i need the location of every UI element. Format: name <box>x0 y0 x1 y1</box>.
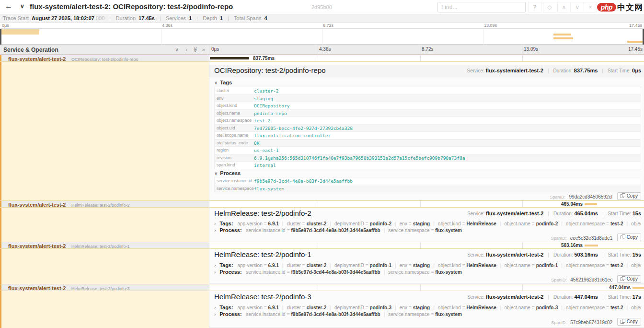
kv-value: 6.9.1@sha256:565d310746f1fa40e7f93ba7965… <box>254 154 641 162</box>
duration-value: 503.16ms <box>574 252 598 258</box>
span-id-label: SpanID: <box>551 278 567 282</box>
pair-divider: | <box>433 263 435 268</box>
service-label: Service: <box>467 211 484 216</box>
clear-search-button[interactable]: × <box>584 2 597 12</box>
kv-row: envstaging <box>215 95 641 103</box>
span-id-footer: SpanID: 45621962d81c61ec Copy <box>551 275 641 283</box>
service-value: flux-system/alert-test-2 <box>486 294 543 300</box>
span-row-name-cell[interactable]: flux-system/alert-test-2 HelmRelease: te… <box>0 242 209 248</box>
span-duration-label: 465.04ms <box>561 201 583 207</box>
span-id-footer: SpanID: eee5c32e31d8ade1 Copy <box>551 234 641 241</box>
service-label: Service: <box>467 252 484 258</box>
process-summary-row[interactable]: › Process: service.instance.id=f9b5e97d-… <box>214 269 641 275</box>
span-detail-title: OCIRepository: test-2/podinfo-repo <box>214 66 326 74</box>
expand-one-icon[interactable]: › <box>183 47 190 52</box>
span-duration-bar[interactable] <box>585 203 597 205</box>
span-duration-bar[interactable] <box>210 57 249 59</box>
start-time-value: 15s <box>632 211 641 216</box>
inline-tag-pair: service.namespace=flux-system <box>388 228 462 233</box>
span-row-name-cell[interactable]: flux-system/alert-test-2 HelmRelease: te… <box>0 284 209 291</box>
php-logo-badge: php <box>597 3 616 12</box>
span-id-value: eee5c32e31d8ade1 <box>570 235 612 241</box>
span-detail-header[interactable]: HelmRelease: test-2/podinfo-3 Service: f… <box>209 292 644 303</box>
service-label: Service: <box>467 68 484 73</box>
match-count-icon[interactable]: ◇ <box>543 2 556 12</box>
span-row-name-cell[interactable]: flux-system/alert-test-2 HelmRelease: te… <box>0 201 209 207</box>
minimap-scrubber[interactable] <box>0 28 644 45</box>
span-id-footer: SpanID: 57c9beb674319c02 Copy <box>551 318 641 326</box>
minimap-drag-handle-left[interactable] <box>0 29 1 45</box>
span-detail-header[interactable]: HelmRelease: test-2/podinfo-1 Service: f… <box>209 250 644 260</box>
span-detail-header[interactable]: HelmRelease: test-2/podinfo-2 Service: f… <box>209 209 644 219</box>
inline-tag-pair: service.namespace=flux-system <box>388 312 462 317</box>
kv-value: podinfo-repo <box>254 110 641 117</box>
span-detail-content: HelmRelease: test-2/podinfo-1 Service: f… <box>209 249 644 284</box>
pair-divider: | <box>282 305 284 310</box>
tags-summary-row[interactable]: › Tags: app-version=6.9.1|cluster=cluste… <box>214 305 641 311</box>
kv-key: env <box>215 95 254 102</box>
tags-summary-row[interactable]: › Tags: app-version=6.9.1|cluster=cluste… <box>214 221 641 227</box>
expand-all-icon[interactable]: ≫ <box>192 47 198 53</box>
start-time-label: Start Time: <box>608 68 631 73</box>
copy-button[interactable]: Copy <box>617 192 641 200</box>
pair-divider: | <box>500 221 501 226</box>
minimap-span-bar <box>553 37 573 39</box>
collapse-all-icon[interactable]: ∨ <box>173 47 180 53</box>
tags-kv-table: clustercluster-2envstagingobject.kindOCI… <box>214 87 641 169</box>
copy-icon <box>621 234 625 239</box>
help-icon[interactable]: ? <box>528 2 541 12</box>
copy-label: Copy <box>627 276 638 281</box>
pair-divider: | <box>384 269 385 275</box>
span-id-value: 99da2cd34506592cf <box>569 194 613 199</box>
collapse-one-icon[interactable]: » <box>200 47 207 52</box>
start-time-value: 17s <box>632 294 641 300</box>
copy-button[interactable]: Copy <box>617 234 641 241</box>
inline-tag-pair: service.namespace=flux-system <box>388 269 462 275</box>
process-section-label: Process <box>220 170 241 176</box>
tags-section-label: Tags: <box>219 262 233 268</box>
inline-tag-pair: service.instance.id=f9b5e97d-3cd4-4e8a-b… <box>246 312 380 317</box>
span-duration-bar[interactable] <box>585 245 598 246</box>
inline-tag-pair: app-version=6.9.1 <box>237 263 278 268</box>
copy-button[interactable]: Copy <box>617 275 641 283</box>
find-input[interactable] <box>437 2 526 12</box>
span-detail-title: HelmRelease: test-2/podinfo-1 <box>214 250 311 258</box>
span-detail-panel: HelmRelease: test-2/podinfo-1 Service: f… <box>0 249 644 284</box>
span-detail-meta: Service: flux-system/alert-test-2 Durati… <box>467 211 641 216</box>
tags-section-toggle[interactable]: ∨Tags <box>214 80 232 85</box>
kv-value: flux-system <box>254 185 641 192</box>
span-duration-label: 503.16ms <box>561 243 583 248</box>
process-section-label: Process: <box>219 311 242 317</box>
process-inline-list: service.instance.id=f9b5e97d-3cd4-4e8a-b… <box>246 228 462 233</box>
inline-tag-pair: cluster=cluster-2 <box>287 305 326 310</box>
kv-value: 7ed72605-becc-4fe2-927d-27392cb4a328 <box>254 125 641 132</box>
pair-divider: | <box>282 221 284 226</box>
inline-tag-pair: cluster=cluster-2 <box>287 263 326 268</box>
span-detail-content: HelmRelease: test-2/podinfo-3 Service: f… <box>209 291 644 328</box>
span-operation-name: HelmRelease: test-2/podinfo-1 <box>71 244 130 248</box>
span-row[interactable]: flux-system/alert-test-2 OCIRepository: … <box>0 55 644 62</box>
span-service-name: flux-system/alert-test-2 <box>8 202 66 207</box>
chevron-down-icon[interactable]: ∨ <box>20 3 24 10</box>
back-icon[interactable]: ← <box>5 2 12 11</box>
process-kv-table: service.instance.idf9b5e97d-3cd4-4e8a-b0… <box>214 177 641 192</box>
minimap-tick: 8.72s <box>323 23 334 28</box>
duration-label: Duration <box>115 15 136 21</box>
minimap-tick: 0μs <box>2 23 9 28</box>
duration-label: Duration: <box>553 294 573 300</box>
process-section-toggle[interactable]: ∨Process <box>214 170 241 176</box>
process-summary-row[interactable]: › Process: service.instance.id=f9b5e97d-… <box>214 311 641 317</box>
span-row[interactable]: flux-system/alert-test-2 HelmRelease: te… <box>0 200 644 208</box>
process-summary-row[interactable]: › Process: service.instance.id=f9b5e97d-… <box>214 227 641 234</box>
tags-summary-row[interactable]: › Tags: app-version=6.9.1|cluster=cluste… <box>214 262 641 269</box>
span-row[interactable]: flux-system/alert-test-2 HelmRelease: te… <box>0 284 644 291</box>
chevron-right-icon: › <box>214 221 216 226</box>
span-detail-header[interactable]: OCIRepository: test-2/podinfo-repo Servi… <box>209 65 644 77</box>
span-row[interactable]: flux-system/alert-test-2 HelmRelease: te… <box>0 242 644 249</box>
span-row-name-cell[interactable]: flux-system/alert-test-2 OCIRepository: … <box>0 55 209 61</box>
prev-result-button[interactable]: ∧ <box>557 2 571 12</box>
copy-button[interactable]: Copy <box>617 318 641 326</box>
span-duration-bar[interactable] <box>632 287 644 289</box>
next-result-button[interactable]: ∨ <box>571 2 584 12</box>
chevron-right-icon: › <box>214 269 216 275</box>
